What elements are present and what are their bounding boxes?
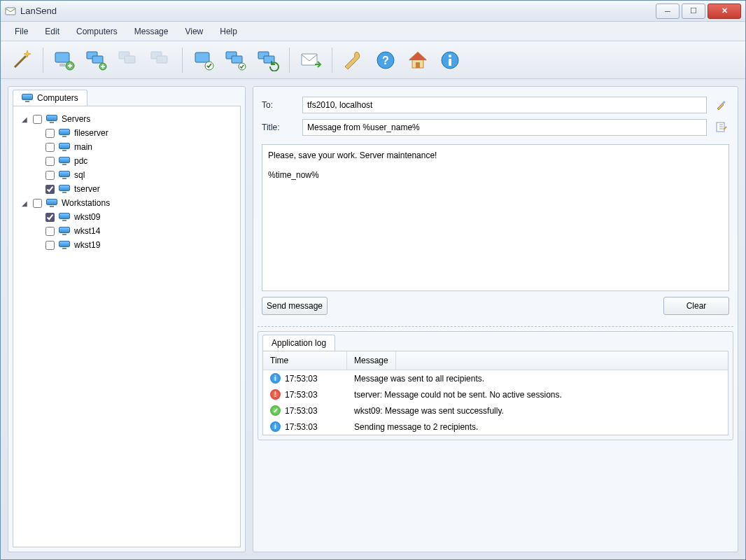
help-button[interactable]: ? <box>372 46 400 74</box>
tree-item[interactable]: wkst09 <box>33 210 234 224</box>
title-input[interactable] <box>302 119 707 136</box>
log-row[interactable]: !17:53:03 tserver: Message could not be … <box>263 386 728 402</box>
remove-group-button[interactable] <box>147 46 175 74</box>
log-row[interactable]: i17:53:03 Sending message to 2 recipient… <box>263 419 728 435</box>
select-all-button[interactable] <box>190 46 218 74</box>
tree-group[interactable]: ◢ Workstations <box>20 196 234 210</box>
svg-rect-15 <box>232 56 242 63</box>
computer-icon <box>59 157 70 165</box>
remove-computer-button[interactable] <box>115 46 143 74</box>
log-panel: Application log Time Message i17:53:03 M… <box>258 331 733 440</box>
item-checkbox[interactable] <box>45 227 55 236</box>
toolbar-separator <box>43 48 43 73</box>
add-computer-button[interactable] <box>50 46 78 74</box>
svg-rect-23 <box>416 62 420 68</box>
message-body-input[interactable] <box>262 144 729 291</box>
log-message: Message was sent to all recipients. <box>347 374 728 384</box>
computer-icon <box>46 115 57 123</box>
menu-message[interactable]: Message <box>126 24 177 39</box>
tree-item[interactable]: sql <box>33 168 234 182</box>
item-checkbox[interactable] <box>45 185 55 194</box>
computers-panel: Computers ◢ Servers fileserver main pdc … <box>8 86 246 552</box>
menu-computers[interactable]: Computers <box>68 24 126 39</box>
log-time: 17:53:03 <box>285 390 318 400</box>
titlebar: LanSend ─ ☐ ✕ <box>1 1 745 22</box>
item-checkbox[interactable] <box>45 241 55 250</box>
maximize-button[interactable]: ☐ <box>682 4 705 19</box>
title-label: Title: <box>262 122 295 132</box>
log-col-time[interactable]: Time <box>263 351 347 370</box>
menu-help[interactable]: Help <box>211 24 246 39</box>
wizard-button[interactable] <box>8 46 36 74</box>
clear-button[interactable]: Clear <box>663 297 729 315</box>
expander-icon[interactable]: ◢ <box>20 115 29 123</box>
toolbar-separator <box>332 48 332 73</box>
item-checkbox[interactable] <box>45 157 55 166</box>
computer-icon <box>59 143 70 151</box>
computers-tree[interactable]: ◢ Servers fileserver main pdc sql tserve… <box>13 106 241 547</box>
brush-icon <box>715 99 728 111</box>
tree-item[interactable]: fileserver <box>33 126 234 140</box>
svg-rect-26 <box>449 59 451 66</box>
refresh-computers-button[interactable] <box>254 46 282 74</box>
tree-item[interactable]: tserver <box>33 182 234 196</box>
expander-spacer <box>33 227 41 235</box>
svg-rect-18 <box>264 56 274 63</box>
item-label: wkst14 <box>74 226 100 236</box>
svg-point-25 <box>449 55 451 57</box>
app-title: LanSend <box>20 6 57 16</box>
svg-rect-19 <box>302 54 317 65</box>
item-checkbox[interactable] <box>45 213 55 222</box>
log-row[interactable]: i17:53:03 Message was sent to all recipi… <box>263 370 728 386</box>
item-checkbox[interactable] <box>45 171 55 180</box>
tab-computers[interactable]: Computers <box>13 90 87 106</box>
expander-spacer <box>33 171 41 179</box>
expander-spacer <box>33 241 41 249</box>
status-info-icon: i <box>270 421 281 432</box>
edit-title-button[interactable] <box>714 120 729 135</box>
item-label: wkst09 <box>74 212 100 222</box>
menubar: File Edit Computers Message View Help <box>1 22 745 41</box>
expander-icon[interactable]: ◢ <box>20 199 29 207</box>
clear-to-button[interactable] <box>714 97 729 113</box>
menu-file[interactable]: File <box>6 24 36 39</box>
deselect-all-button[interactable] <box>222 46 250 74</box>
close-button[interactable]: ✕ <box>708 4 741 19</box>
status-error-icon: ! <box>270 389 281 400</box>
tree-item[interactable]: wkst14 <box>33 224 234 238</box>
tree-item[interactable]: pdc <box>33 154 234 168</box>
computers-add-icon <box>85 49 108 71</box>
tree-item[interactable]: main <box>33 140 234 154</box>
status-ok-icon: ✓ <box>270 405 281 416</box>
toolbar-separator <box>289 48 290 73</box>
menu-view[interactable]: View <box>176 24 211 39</box>
item-checkbox[interactable] <box>45 129 55 138</box>
tree-item[interactable]: wkst19 <box>33 238 234 252</box>
home-button[interactable] <box>404 46 432 74</box>
menu-edit[interactable]: Edit <box>36 24 68 39</box>
send-message-button[interactable]: Send message <box>262 297 328 315</box>
log-col-message[interactable]: Message <box>347 351 396 370</box>
add-group-button[interactable] <box>83 46 111 74</box>
tab-log[interactable]: Application log <box>262 335 335 351</box>
group-label: Servers <box>62 114 90 124</box>
expander-spacer <box>33 157 41 165</box>
help-icon: ? <box>374 49 397 71</box>
log-time: 17:53:03 <box>285 406 318 416</box>
to-input[interactable] <box>302 97 707 113</box>
svg-rect-6 <box>92 56 103 63</box>
expander-spacer <box>33 185 41 193</box>
about-button[interactable] <box>436 46 464 74</box>
item-checkbox[interactable] <box>45 143 55 152</box>
svg-text:?: ? <box>382 55 389 66</box>
settings-button[interactable] <box>339 46 367 74</box>
log-row[interactable]: ✓17:53:03 wkst09: Message was sent succe… <box>263 402 728 419</box>
tab-label: Computers <box>37 93 78 103</box>
tree-group[interactable]: ◢ Servers <box>20 112 234 126</box>
send-message-button[interactable] <box>297 46 325 74</box>
group-checkbox[interactable] <box>33 115 42 124</box>
minimize-button[interactable]: ─ <box>656 4 680 19</box>
envelope-send-icon <box>300 49 322 71</box>
group-checkbox[interactable] <box>33 199 42 208</box>
computer-icon <box>59 213 70 221</box>
